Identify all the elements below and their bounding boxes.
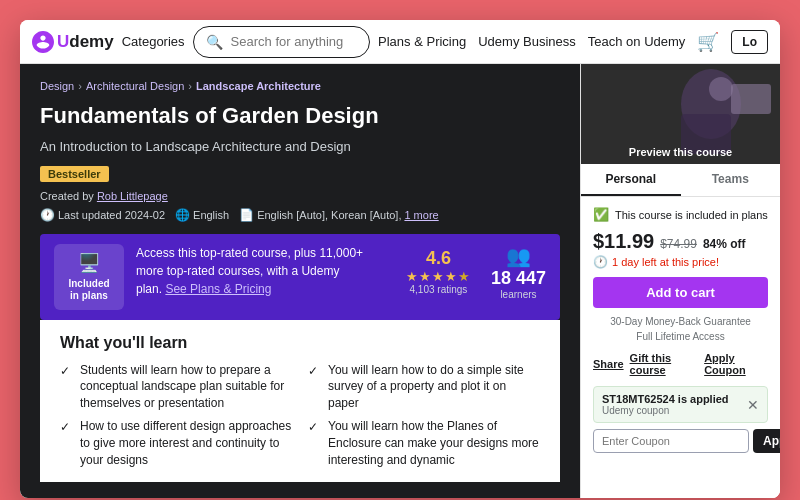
rating-block: 4.6 ★★★★★ 4,103 ratings (406, 248, 471, 295)
check-icon-4: ✓ (308, 419, 320, 436)
price-discount: 84% off (703, 237, 746, 251)
right-body: ✅ This course is included in plans $11.9… (581, 197, 780, 498)
course-preview-image[interactable]: ▶ Preview this course (581, 64, 780, 164)
included-plans-banner: 🖥️ Included in plans Access this top-rat… (40, 234, 560, 320)
time-left: 🕐 1 day left at this price! (593, 255, 768, 269)
caption-info: 📄 English [Auto], Korean [Auto], 1 more (239, 208, 439, 222)
rating-count: 4,103 ratings (406, 284, 471, 295)
check-icon-2: ✓ (60, 419, 72, 436)
breadcrumb: Design › Architectural Design › Landscap… (40, 80, 560, 92)
learn-item-2: ✓ How to use different design approaches… (60, 418, 292, 468)
breadcrumb-sep2: › (188, 80, 192, 92)
lang-info: 🌐 English (175, 208, 229, 222)
plans-pricing-link[interactable]: Plans & Pricing (378, 34, 466, 49)
search-icon: 🔍 (206, 34, 223, 50)
learn-item-4: ✓ You will learn how the Planes of Enclo… (308, 418, 540, 468)
price-current: $11.99 (593, 230, 654, 253)
plans-icon: 🖥️ (78, 252, 100, 274)
breadcrumb-design[interactable]: Design (40, 80, 74, 92)
learners-label: learners (491, 289, 546, 300)
left-panel: Design › Architectural Design › Landscap… (20, 64, 580, 498)
svg-rect-4 (731, 84, 771, 114)
more-captions-link[interactable]: 1 more (404, 209, 438, 221)
login-button[interactable]: Lo (731, 30, 768, 54)
main-window: Udemy Categories 🔍 Plans & Pricing Udemy… (20, 20, 780, 498)
author-link[interactable]: Rob Littlepage (97, 190, 168, 202)
add-to-cart-button[interactable]: Add to cart (593, 277, 768, 308)
share-link[interactable]: Share (593, 358, 624, 370)
svg-point-2 (709, 77, 733, 101)
rating-number: 4.6 (406, 248, 471, 269)
right-panel: ▶ Preview this course Personal Teams ✅ T… (580, 64, 780, 498)
coupon-source: Udemy coupon (602, 405, 729, 416)
learn-title: What you'll learn (60, 334, 540, 352)
plan-included: ✅ This course is included in plans (593, 207, 768, 222)
update-info: 🕐 Last updated 2024-02 (40, 208, 165, 222)
check-icon-1: ✓ (60, 363, 72, 380)
included-icon-block: 🖥️ Included in plans (54, 244, 124, 310)
learn-item-1: ✓ Students will learn how to prepare a c… (60, 362, 292, 412)
apply-button[interactable]: Apply (753, 429, 780, 453)
see-plans-link[interactable]: See Plans & Pricing (165, 282, 271, 296)
categories-link[interactable]: Categories (122, 34, 185, 49)
course-subtitle: An Introduction to Landscape Architectur… (40, 139, 560, 154)
coupon-close-button[interactable]: ✕ (747, 397, 759, 413)
apply-coupon-link[interactable]: Apply Coupon (704, 352, 768, 376)
coupon-input-row: Apply (593, 429, 768, 453)
learners-count: 18 447 (491, 268, 546, 289)
learn-grid: ✓ Students will learn how to prepare a c… (60, 362, 540, 469)
share-row: Share Gift this course Apply Coupon (593, 352, 768, 376)
guarantee-text: 30-Day Money-Back Guarantee Full Lifetim… (593, 314, 768, 344)
meta-info: 🕐 Last updated 2024-02 🌐 English 📄 Engli… (40, 208, 560, 222)
udemy-logo[interactable]: Udemy (32, 31, 114, 53)
navbar: Udemy Categories 🔍 Plans & Pricing Udemy… (20, 20, 780, 64)
breadcrumb-architectural[interactable]: Architectural Design (86, 80, 184, 92)
coupon-code: ST18MT62524 is applied (602, 393, 729, 405)
clock-icon: 🕐 (593, 255, 608, 269)
udemy-business-link[interactable]: Udemy Business (478, 34, 576, 49)
teach-link[interactable]: Teach on Udemy (588, 34, 686, 49)
time-left-text: 1 day left at this price! (612, 256, 719, 268)
tab-personal[interactable]: Personal (581, 164, 681, 196)
included-text: Access this top-rated course, plus 11,00… (136, 244, 394, 298)
plan-check-icon: ✅ (593, 207, 609, 222)
search-bar[interactable]: 🔍 (193, 26, 370, 58)
tab-teams[interactable]: Teams (681, 164, 781, 196)
cart-icon[interactable]: 🛒 (697, 31, 719, 53)
tabs: Personal Teams (581, 164, 780, 197)
breadcrumb-sep1: › (78, 80, 82, 92)
check-icon-3: ✓ (308, 363, 320, 380)
content-area: Design › Architectural Design › Landscap… (20, 64, 780, 498)
course-title: Fundamentals of Garden Design (40, 102, 560, 131)
learn-item-3: ✓ You will learn how to do a simple site… (308, 362, 540, 412)
gift-course-link[interactable]: Gift this course (630, 352, 699, 376)
coupon-applied-block: ST18MT62524 is applied Udemy coupon ✕ (593, 386, 768, 423)
created-by: Created by Rob Littlepage (40, 190, 560, 202)
bestseller-badge: Bestseller (40, 166, 109, 182)
plan-included-text: This course is included in plans (615, 209, 768, 221)
search-input[interactable] (231, 34, 357, 49)
price-row: $11.99 $74.99 84% off (593, 230, 768, 253)
breadcrumb-current: Landscape Architecture (196, 80, 321, 92)
navbar-right: Plans & Pricing Udemy Business Teach on … (378, 30, 768, 54)
stars-display: ★★★★★ (406, 269, 471, 284)
included-label: Included in plans (68, 278, 109, 302)
coupon-input[interactable] (593, 429, 749, 453)
rating-learners-block: 4.6 ★★★★★ 4,103 ratings 👥 18 447 learner… (406, 244, 546, 300)
price-original: $74.99 (660, 237, 697, 251)
learners-block: 👥 18 447 learners (491, 244, 546, 300)
preview-label: Preview this course (581, 146, 780, 158)
learn-section: What you'll learn ✓ Students will learn … (40, 320, 560, 483)
